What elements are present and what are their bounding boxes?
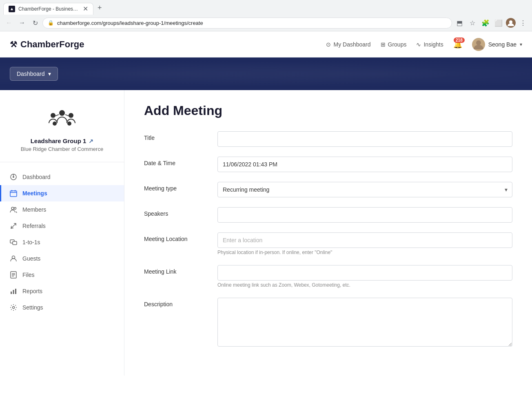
lock-icon: 🔒 xyxy=(48,20,54,26)
sidebar-settings-label: Settings xyxy=(22,304,43,311)
dashboard-dropdown-label: Dashboard xyxy=(17,71,45,77)
url-input[interactable] xyxy=(57,20,447,26)
form-group-speakers: Speakers xyxy=(144,207,512,223)
meeting-link-label: Meeting Link xyxy=(144,265,217,275)
sidebar-dashboard-label: Dashboard xyxy=(22,174,51,180)
svg-marker-0 xyxy=(11,8,13,10)
browser-user-avatar[interactable] xyxy=(506,18,516,28)
svg-line-19 xyxy=(11,223,16,228)
sidebar-item-members[interactable]: Members xyxy=(0,201,124,218)
meeting-location-label: Meeting Location xyxy=(144,232,217,242)
split-view-button[interactable]: ⬜ xyxy=(493,17,504,29)
svg-point-3 xyxy=(59,110,65,116)
svg-rect-28 xyxy=(13,290,14,294)
meeting-type-label: Meeting type xyxy=(144,182,217,192)
svg-point-18 xyxy=(14,208,16,210)
meeting-type-select[interactable]: Recurring meeting One-time meeting Speci… xyxy=(217,182,512,197)
dashboard-icon: ⊙ xyxy=(326,41,331,48)
forward-button[interactable]: → xyxy=(16,17,28,29)
dashboard-dropdown[interactable]: Dashboard ▾ xyxy=(10,67,58,81)
sidebar-item-meetings[interactable]: Meetings xyxy=(0,185,124,201)
svg-point-1 xyxy=(509,20,512,24)
meetings-nav-icon xyxy=(9,189,18,197)
notification-badge: 218 xyxy=(454,38,465,43)
sidebar-item-guests[interactable]: Guests xyxy=(0,250,124,267)
svg-rect-27 xyxy=(11,292,12,294)
description-textarea[interactable] xyxy=(217,298,512,347)
nav-groups[interactable]: ⊞ Groups xyxy=(381,41,407,48)
insights-icon: ∿ xyxy=(416,41,421,48)
meeting-location-input[interactable] xyxy=(217,232,512,248)
nav-my-dashboard[interactable]: ⊙ My Dashboard xyxy=(326,41,370,48)
tab-favicon xyxy=(9,6,15,12)
reload-button[interactable]: ↻ xyxy=(29,17,41,29)
title-input[interactable] xyxy=(217,131,512,147)
svg-point-4 xyxy=(51,113,55,118)
sidebar-item-1to1s[interactable]: 1-to-1s xyxy=(0,234,124,250)
svg-point-7 xyxy=(67,122,71,126)
cast-button[interactable]: ⬒ xyxy=(454,17,465,29)
speakers-input[interactable] xyxy=(217,207,512,223)
datetime-input[interactable] xyxy=(217,157,512,172)
main-area: Leadshare Group 1 ↗ Blue Ridge Chamber o… xyxy=(0,90,532,376)
meeting-location-hint: Physical location if in-person. If onlin… xyxy=(217,250,512,255)
sidebar-members-label: Members xyxy=(22,206,46,213)
extensions-button[interactable]: 🧩 xyxy=(480,17,491,29)
sidebar-referrals-label: Referrals xyxy=(22,223,46,229)
address-bar[interactable]: 🔒 xyxy=(42,18,452,29)
1to1s-nav-icon xyxy=(9,238,18,246)
datetime-control-wrap xyxy=(217,157,512,172)
svg-rect-13 xyxy=(10,191,17,197)
sidebar-item-dashboard[interactable]: Dashboard xyxy=(0,169,124,185)
menu-button[interactable]: ⋮ xyxy=(517,17,529,29)
bookmark-button[interactable]: ☆ xyxy=(467,17,478,29)
form-group-title: Title xyxy=(144,131,512,147)
sidebar-item-settings[interactable]: Settings xyxy=(0,299,124,316)
external-link-icon[interactable]: ↗ xyxy=(89,138,93,144)
meeting-link-input[interactable] xyxy=(217,265,512,281)
svg-rect-29 xyxy=(15,289,16,294)
title-label: Title xyxy=(144,131,217,141)
svg-point-11 xyxy=(13,176,14,178)
form-group-description: Description xyxy=(144,298,512,348)
brand-name: ChamberForge xyxy=(20,39,84,50)
svg-point-2 xyxy=(476,40,481,45)
speakers-control-wrap xyxy=(217,207,512,223)
sidebar-item-files[interactable]: Files xyxy=(0,267,124,283)
sidebar-nav: Dashboard Meetings Members xyxy=(0,166,124,319)
settings-nav-icon xyxy=(9,303,18,312)
tab-title: ChamberForge - Business Referr... xyxy=(18,6,80,12)
nav-insights[interactable]: ∿ Insights xyxy=(416,41,443,48)
description-control-wrap xyxy=(217,298,512,348)
files-nav-icon xyxy=(9,271,18,279)
user-menu-chevron: ▾ xyxy=(520,42,522,47)
brand-logo[interactable]: ⚒ ChamberForge xyxy=(10,39,84,50)
new-tab-button[interactable]: + xyxy=(93,1,106,15)
title-control-wrap xyxy=(217,131,512,147)
guests-nav-icon xyxy=(9,254,18,263)
sidebar-files-label: Files xyxy=(22,272,35,278)
referrals-nav-icon xyxy=(9,222,18,230)
nav-links: ⊙ My Dashboard ⊞ Groups ∿ Insights 🔔 218… xyxy=(326,38,522,51)
sidebar-guests-label: Guests xyxy=(22,255,40,262)
browser-tabs: ChamberForge - Business Referr... ✕ + xyxy=(0,0,532,15)
back-button[interactable]: ← xyxy=(3,17,15,29)
user-menu[interactable]: Seong Bae ▾ xyxy=(472,38,522,51)
page-title: Add Meeting xyxy=(144,103,512,118)
svg-point-17 xyxy=(11,207,14,210)
svg-rect-21 xyxy=(13,241,17,245)
meeting-type-control-wrap: Recurring meeting One-time meeting Speci… xyxy=(217,182,512,197)
active-tab[interactable]: ChamberForge - Business Referr... ✕ xyxy=(3,3,93,15)
sidebar-item-reports[interactable]: Reports xyxy=(0,283,124,299)
dashboard-dropdown-chevron: ▾ xyxy=(48,71,51,77)
tab-close-button[interactable]: ✕ xyxy=(83,6,88,12)
form-group-meeting-link: Meeting Link Online meeting link such as… xyxy=(144,265,512,288)
user-name: Seong Bae xyxy=(488,41,516,48)
notification-button[interactable]: 🔔 218 xyxy=(453,40,462,49)
browser-chrome: ChamberForge - Business Referr... ✕ + ← … xyxy=(0,0,532,31)
svg-point-30 xyxy=(13,307,15,309)
group-sub: Blue Ridge Chamber of Commerce xyxy=(8,146,116,152)
meeting-link-hint: Online meeting link such as Zoom, Webex,… xyxy=(217,282,512,288)
browser-toolbar: ← → ↻ 🔒 ⬒ ☆ 🧩 ⬜ ⋮ xyxy=(0,15,532,31)
sidebar-item-referrals[interactable]: Referrals xyxy=(0,218,124,234)
